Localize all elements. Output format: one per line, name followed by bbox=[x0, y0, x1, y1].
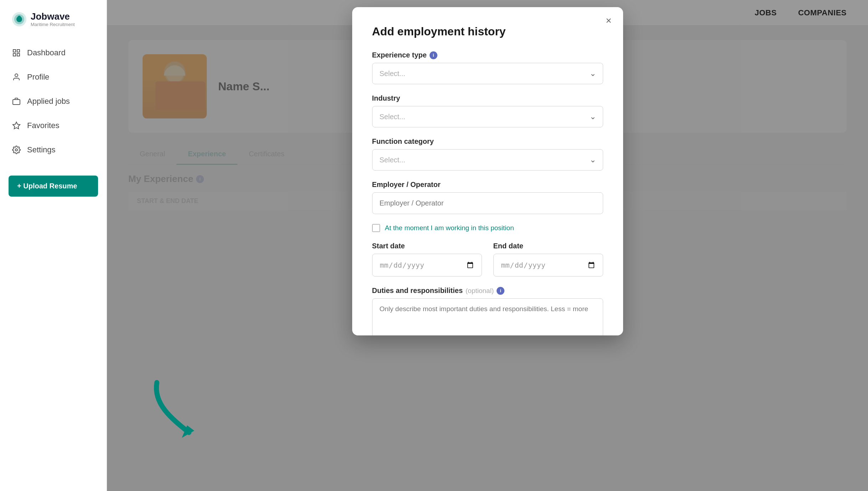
start-date-group: Start date bbox=[372, 242, 482, 277]
end-date-input[interactable] bbox=[493, 254, 603, 277]
add-employment-modal: × Add employment history Experience type… bbox=[352, 7, 623, 335]
experience-type-label: Experience type i bbox=[372, 51, 603, 59]
duties-optional-text: (optional) bbox=[466, 287, 494, 295]
brand-name: Jobwave bbox=[31, 11, 75, 22]
modal-close-button[interactable]: × bbox=[606, 16, 611, 26]
modal-title: Add employment history bbox=[372, 25, 603, 38]
arrow-decoration bbox=[143, 375, 214, 441]
svg-point-7 bbox=[15, 74, 18, 77]
duties-info-icon[interactable]: i bbox=[497, 287, 504, 295]
svg-point-10 bbox=[15, 149, 17, 151]
svg-marker-9 bbox=[13, 122, 20, 129]
logo-area: Jobwave Maritime Recruitment bbox=[0, 0, 107, 36]
upload-resume-button[interactable]: + Upload Resume bbox=[9, 176, 98, 197]
main-content: JOBS COMPANIES Name S... General Experie… bbox=[107, 0, 868, 491]
user-icon bbox=[11, 72, 21, 82]
industry-select[interactable]: Select... bbox=[372, 106, 603, 127]
briefcase-icon bbox=[11, 96, 21, 106]
industry-group: Industry Select... bbox=[372, 94, 603, 127]
svg-rect-3 bbox=[13, 50, 16, 52]
sidebar: Jobwave Maritime Recruitment Dashboard bbox=[0, 0, 107, 491]
brand-tagline: Maritime Recruitment bbox=[31, 22, 75, 27]
grid-icon bbox=[11, 48, 21, 58]
experience-type-info-icon[interactable]: i bbox=[430, 51, 437, 59]
industry-label: Industry bbox=[372, 94, 603, 102]
experience-type-select[interactable]: Select... bbox=[372, 63, 603, 84]
sidebar-item-applied-jobs[interactable]: Applied jobs bbox=[0, 90, 107, 113]
duties-textarea[interactable] bbox=[372, 298, 603, 335]
function-category-select-wrapper: Select... bbox=[372, 149, 603, 171]
sidebar-nav: Dashboard Profile Applie bbox=[0, 36, 107, 167]
sidebar-item-settings[interactable]: Settings bbox=[0, 138, 107, 161]
current-position-label[interactable]: At the moment I am working in this posit… bbox=[385, 224, 514, 232]
sidebar-item-dashboard-label: Dashboard bbox=[27, 48, 66, 57]
employer-input[interactable] bbox=[372, 192, 603, 214]
current-position-row: At the moment I am working in this posit… bbox=[372, 224, 603, 232]
start-date-label: Start date bbox=[372, 242, 482, 250]
sidebar-item-applied-jobs-label: Applied jobs bbox=[27, 97, 70, 106]
duties-label: Duties and responsibilities (optional) i bbox=[372, 287, 603, 295]
svg-point-2 bbox=[16, 16, 22, 22]
svg-rect-5 bbox=[13, 54, 16, 56]
sidebar-item-favorites[interactable]: Favorites bbox=[0, 114, 107, 137]
end-date-label: End date bbox=[493, 242, 603, 250]
experience-type-select-wrapper: Select... bbox=[372, 63, 603, 84]
gear-icon bbox=[11, 145, 21, 155]
sidebar-item-dashboard[interactable]: Dashboard bbox=[0, 41, 107, 64]
current-position-checkbox[interactable] bbox=[372, 224, 380, 232]
svg-rect-6 bbox=[17, 54, 20, 56]
sidebar-item-profile[interactable]: Profile bbox=[0, 66, 107, 88]
date-row: Start date End date bbox=[372, 242, 603, 277]
sidebar-item-profile-label: Profile bbox=[27, 72, 49, 82]
function-category-select[interactable]: Select... bbox=[372, 149, 603, 171]
function-category-label: Function category bbox=[372, 137, 603, 146]
employer-label: Employer / Operator bbox=[372, 181, 603, 189]
svg-rect-8 bbox=[13, 100, 20, 105]
sidebar-item-settings-label: Settings bbox=[27, 145, 56, 155]
experience-type-group: Experience type i Select... bbox=[372, 51, 603, 84]
duties-group: Duties and responsibilities (optional) i bbox=[372, 287, 603, 335]
end-date-group: End date bbox=[493, 242, 603, 277]
sidebar-item-favorites-label: Favorites bbox=[27, 121, 59, 130]
star-icon bbox=[11, 121, 21, 131]
function-category-group: Function category Select... bbox=[372, 137, 603, 171]
modal-overlay: × Add employment history Experience type… bbox=[107, 0, 868, 491]
logo-icon bbox=[11, 11, 27, 27]
start-date-input[interactable] bbox=[372, 254, 482, 277]
industry-select-wrapper: Select... bbox=[372, 106, 603, 127]
svg-rect-4 bbox=[17, 50, 20, 52]
employer-group: Employer / Operator bbox=[372, 181, 603, 214]
